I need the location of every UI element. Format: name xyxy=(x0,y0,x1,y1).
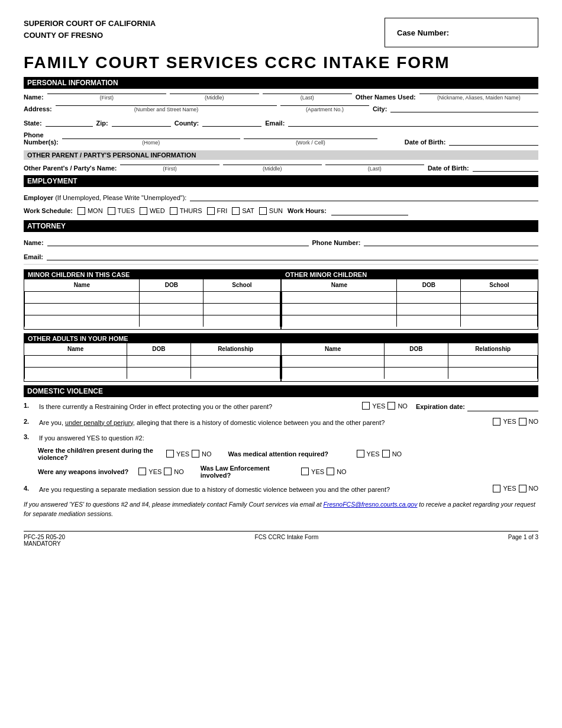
table-row[interactable] xyxy=(282,355,385,367)
minor-children-header: MINOR CHILDREN IN THIS CASE xyxy=(24,270,280,279)
home-sublabel: (Home) xyxy=(142,140,160,146)
dv-q3a-no-checkbox[interactable] xyxy=(192,450,199,458)
sat-checkbox[interactable]: SAT xyxy=(232,207,254,215)
table-row[interactable] xyxy=(448,367,537,379)
table-row[interactable] xyxy=(397,303,461,315)
work-hours-input[interactable] xyxy=(331,206,408,215)
employer-label: Employer (If Unemployed, Please Write "U… xyxy=(24,194,186,201)
dv-q4-no-checkbox[interactable] xyxy=(519,485,527,492)
table-row[interactable] xyxy=(25,315,140,327)
nickname-sublabel: (Nickname, Aliases, Maiden Name) xyxy=(437,95,521,101)
table-row[interactable] xyxy=(190,355,280,367)
table-row[interactable] xyxy=(25,367,127,379)
expiration-input[interactable] xyxy=(467,402,538,411)
apt-input[interactable] xyxy=(280,105,369,106)
table-row[interactable] xyxy=(384,367,448,379)
dv-q1-no-checkbox[interactable] xyxy=(387,402,395,410)
wed-checkbox[interactable]: WED xyxy=(140,207,165,215)
table-row[interactable] xyxy=(25,355,127,367)
dv-q1-yes-checkbox[interactable] xyxy=(362,402,370,410)
last-sublabel: (Last) xyxy=(301,95,314,101)
table-row[interactable] xyxy=(140,303,204,315)
table-row[interactable] xyxy=(384,355,448,367)
phone-work-input[interactable] xyxy=(244,138,377,139)
footer-left: PFC-25 R05-20 MANDATORY xyxy=(24,534,65,547)
table-row[interactable] xyxy=(204,291,280,303)
dv-q3c-yes-checkbox[interactable] xyxy=(138,468,146,475)
table-row[interactable] xyxy=(282,303,397,315)
table-row[interactable] xyxy=(140,291,204,303)
attorney-name-label: Name: xyxy=(24,239,44,246)
dv-q3-num: 3. xyxy=(24,433,35,443)
table-row[interactable] xyxy=(282,315,397,327)
dv-email-link[interactable]: FresnoFCS@fresno.courts.ca.gov xyxy=(324,501,418,508)
adult-dob-col: DOB xyxy=(127,343,190,355)
first-name-input[interactable] xyxy=(47,94,166,94)
table-row[interactable] xyxy=(25,291,140,303)
dv-q3c-right: Was Law Enforcement involved? xyxy=(201,465,296,479)
city-input[interactable] xyxy=(390,112,538,112)
adult-name-col: Name xyxy=(25,343,127,355)
table-row[interactable] xyxy=(190,367,280,379)
dv-q2-yes-checkbox[interactable] xyxy=(493,418,500,426)
attorney-name-input[interactable] xyxy=(47,237,309,246)
table-row[interactable] xyxy=(127,367,190,379)
mandatory-label: MANDATORY xyxy=(24,540,65,547)
dv-q4-yes-checkbox[interactable] xyxy=(493,485,500,492)
table-row[interactable] xyxy=(397,291,461,303)
table-row[interactable] xyxy=(140,315,204,327)
table-row[interactable] xyxy=(397,315,461,327)
last-name-input[interactable] xyxy=(263,94,352,94)
phone-home-input[interactable] xyxy=(62,138,240,139)
dv-q2-text: Are you, under penalty of perjury, alleg… xyxy=(39,418,485,428)
street-input[interactable] xyxy=(56,105,277,106)
other-middle-input[interactable] xyxy=(223,165,322,165)
other-dob-input[interactable] xyxy=(473,162,538,172)
dv-q3b-no-checkbox[interactable] xyxy=(382,450,390,458)
other-names-input[interactable] xyxy=(419,94,538,94)
county-input[interactable] xyxy=(202,117,261,127)
other-last-input[interactable] xyxy=(325,165,424,165)
mon-checkbox[interactable]: MON xyxy=(77,207,103,215)
attorney-phone-input[interactable] xyxy=(364,237,538,246)
table-row[interactable] xyxy=(204,303,280,315)
section-personal-info: PERSONAL INFORMATION xyxy=(24,77,538,89)
fri-checkbox[interactable]: FRI xyxy=(207,207,228,215)
state-input[interactable] xyxy=(46,117,93,127)
tues-checkbox[interactable]: TUES xyxy=(108,207,135,215)
dv-q3b-yes-checkbox[interactable] xyxy=(357,450,364,458)
table-row[interactable] xyxy=(461,291,538,303)
minor-school-col: School xyxy=(204,279,280,291)
dv-q3d-no-checkbox[interactable] xyxy=(327,468,334,475)
table-row[interactable] xyxy=(461,303,538,315)
dob-input[interactable] xyxy=(449,136,538,146)
dv-q3a-yes-checkbox[interactable] xyxy=(166,450,174,458)
thurs-checkbox[interactable]: THURS xyxy=(170,207,202,215)
attorney-email-input[interactable] xyxy=(47,251,538,260)
table-row[interactable] xyxy=(204,315,280,327)
table-row[interactable] xyxy=(448,355,537,367)
case-number-label: Case Number: xyxy=(397,28,449,37)
email-input[interactable] xyxy=(288,117,538,127)
table-row[interactable] xyxy=(282,367,385,379)
table-row[interactable] xyxy=(127,355,190,367)
other-first-input[interactable] xyxy=(120,165,219,165)
court-line2: COUNTY OF FRESNO xyxy=(24,30,156,41)
dv-q4-num: 4. xyxy=(24,485,35,492)
city-label: City: xyxy=(373,105,387,112)
table-row[interactable] xyxy=(461,315,538,327)
table-row[interactable] xyxy=(282,291,397,303)
sun-checkbox[interactable]: SUN xyxy=(259,207,283,215)
work-hours-label: Work Hours: xyxy=(288,207,327,214)
other-names-label: Other Names Used: xyxy=(356,94,416,101)
middle-name-input[interactable] xyxy=(170,94,259,94)
table-row[interactable] xyxy=(25,303,140,315)
apt-sublabel: (Apartment No.) xyxy=(306,107,344,112)
dv-q3c-no-checkbox[interactable] xyxy=(164,468,172,475)
employer-input[interactable] xyxy=(190,192,538,201)
street-sublabel: (Number and Street Name) xyxy=(134,107,199,112)
first-sublabel: (First) xyxy=(99,95,114,101)
dv-q3d-yes-checkbox[interactable] xyxy=(301,468,309,475)
dv-q2-no-checkbox[interactable] xyxy=(519,418,527,426)
zip-input[interactable] xyxy=(112,117,171,127)
